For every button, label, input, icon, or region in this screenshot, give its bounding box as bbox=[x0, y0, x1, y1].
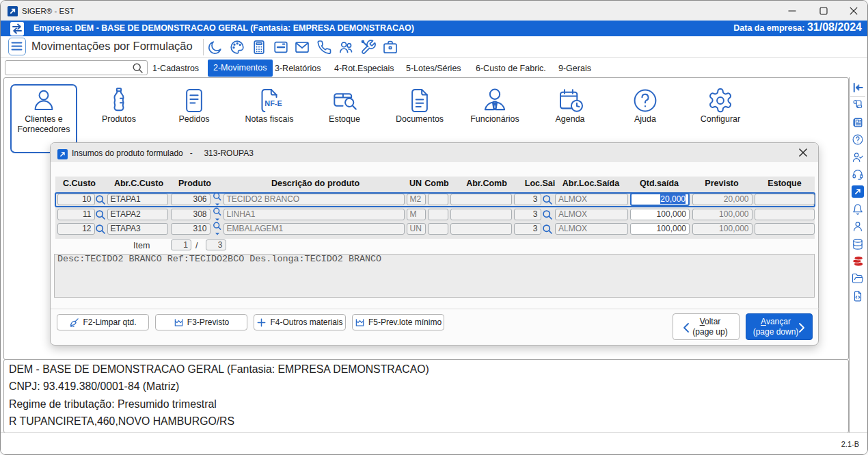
svg-text:NF-E: NF-E bbox=[265, 99, 282, 107]
